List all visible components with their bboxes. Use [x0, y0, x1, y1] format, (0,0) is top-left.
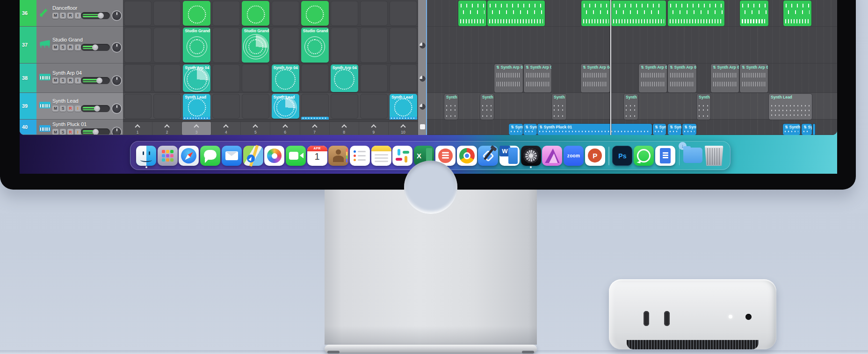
record-arm-button[interactable]: R: [67, 129, 73, 135]
scene-trigger-1[interactable]: 1: [123, 122, 152, 135]
loop-cell-empty[interactable]: [360, 94, 388, 119]
maps-icon[interactable]: [243, 146, 263, 166]
scene-trigger-8[interactable]: 8: [330, 122, 359, 135]
loop-cell-empty[interactable]: [360, 1, 388, 26]
region-synth[interactable]: Synth: [552, 94, 566, 120]
loop-cell-midi[interactable]: [183, 1, 210, 26]
input-monitor-button[interactable]: I: [75, 13, 81, 19]
loop-cell-empty[interactable]: [301, 64, 329, 92]
input-monitor-button[interactable]: I: [75, 78, 81, 84]
region-synth[interactable]: Synth: [444, 94, 458, 120]
scene-trigger-7[interactable]: 7: [300, 122, 330, 135]
loop-cell-synth-arp-04[interactable]: Synth Arp 04: [331, 64, 358, 92]
mail-icon[interactable]: [222, 146, 242, 166]
input-monitor-button[interactable]: I: [75, 106, 81, 112]
downloads-icon[interactable]: ↓: [683, 146, 703, 166]
safari-icon[interactable]: [179, 146, 199, 166]
notes-icon[interactable]: [371, 146, 391, 166]
loop-cell-empty[interactable]: [390, 1, 417, 26]
region-midi-notes[interactable]: [740, 0, 768, 26]
region--synth-arp-04[interactable]: ⇅ Synth Arp 04: [494, 64, 523, 92]
record-arm-button[interactable]: R: [67, 13, 73, 19]
facetime-icon[interactable]: [286, 146, 306, 166]
loop-cell-empty[interactable]: [153, 94, 181, 119]
region--synt[interactable]: ⇅ Synt: [509, 124, 523, 135]
solo-button[interactable]: S: [60, 78, 66, 84]
record-arm-button[interactable]: R: [67, 78, 73, 84]
region--synth-arp-04[interactable]: ⇅ Synth Arp 04: [581, 64, 610, 92]
region-synth[interactable]: Synth: [697, 94, 710, 120]
loop-cell-empty[interactable]: [153, 28, 181, 63]
contacts-icon[interactable]: [328, 146, 348, 166]
finder-icon[interactable]: [136, 146, 156, 166]
loop-cell-midi[interactable]: [301, 1, 329, 26]
zoom-icon[interactable]: zoom: [564, 146, 584, 166]
chrome-icon[interactable]: [457, 146, 477, 166]
region-midi-notes[interactable]: [487, 0, 545, 26]
region-synth[interactable]: Synth: [480, 94, 494, 120]
volume-slider[interactable]: [81, 128, 110, 135]
launchpad-icon[interactable]: [158, 146, 178, 166]
pan-knob[interactable]: [112, 104, 121, 113]
loop-cell-empty[interactable]: [390, 64, 417, 92]
solo-button[interactable]: S: [60, 106, 66, 112]
region--sy[interactable]: ⇅ Sy: [802, 124, 812, 135]
loop-cell-synth-lead[interactable]: Synth Lead: [183, 94, 210, 119]
track-header-dancefloor[interactable]: 36DancefloorMSRI: [20, 0, 123, 27]
loop-cell-empty[interactable]: [212, 28, 240, 63]
gdocs-icon[interactable]: [655, 146, 675, 166]
region--synth-arp-04[interactable]: ⇅ Synth Arp 04: [711, 64, 739, 92]
volume-slider[interactable]: [81, 12, 110, 19]
loop-cell-sliver[interactable]: [301, 117, 329, 120]
loop-cell-empty[interactable]: [124, 64, 152, 92]
loop-cell-synth-arp-04[interactable]: Synth Arp 04: [183, 64, 210, 92]
loop-cell-empty[interactable]: [272, 28, 299, 63]
volume-knob[interactable]: [98, 13, 104, 19]
loop-cell-empty[interactable]: [153, 64, 181, 92]
region-synth[interactable]: Synth: [624, 94, 638, 120]
pan-knob[interactable]: [112, 11, 121, 20]
mute-button[interactable]: M: [52, 13, 58, 19]
region--synt[interactable]: ⇅ Synt: [523, 124, 537, 135]
track-header-studio-grand[interactable]: 37Studio GrandMSRI: [20, 27, 123, 64]
loop-cell-empty[interactable]: [331, 94, 358, 119]
solo-button[interactable]: S: [60, 13, 66, 19]
loop-cell-synth-lead[interactable]: Synth Lead: [390, 94, 417, 119]
region--synth-arp-04[interactable]: ⇅ Synth Arp 04: [740, 64, 768, 92]
xcode-icon[interactable]: [478, 146, 498, 166]
loop-cell-empty[interactable]: [242, 94, 269, 119]
region-midi-notes[interactable]: [813, 124, 815, 135]
region-midi-notes[interactable]: [581, 0, 611, 26]
loop-cell-empty[interactable]: [360, 28, 388, 63]
whatsapp-icon[interactable]: [634, 146, 654, 166]
mute-button[interactable]: M: [52, 44, 58, 50]
loop-cell-empty[interactable]: [331, 28, 358, 63]
loop-cell-empty[interactable]: [153, 1, 181, 26]
loop-cell-sliver[interactable]: [183, 117, 210, 120]
photos-icon[interactable]: [264, 146, 284, 166]
slack-icon[interactable]: [392, 146, 412, 166]
logic-icon[interactable]: [521, 146, 541, 166]
scene-trigger-2[interactable]: 2: [152, 122, 182, 135]
pan-knob[interactable]: [112, 127, 121, 135]
loop-cell-empty[interactable]: [390, 28, 417, 63]
track-header-synth-lead[interactable]: 39Synth LeadMSRI: [20, 93, 123, 120]
loop-cell-empty[interactable]: [124, 1, 152, 26]
mute-button[interactable]: M: [52, 129, 58, 135]
loop-cell-studio-grand[interactable]: Studio Grand: [242, 28, 269, 63]
loop-cell-studio-grand[interactable]: Studio Grand: [183, 28, 210, 63]
solo-button[interactable]: S: [60, 44, 66, 50]
region-midi-notes[interactable]: [458, 0, 486, 26]
calendar-icon[interactable]: APR1: [307, 146, 327, 166]
region--synth[interactable]: ⇅ Synth: [783, 124, 800, 135]
record-arm-button[interactable]: R: [67, 106, 73, 112]
headphone-jack[interactable]: [745, 314, 752, 320]
loop-cell-empty[interactable]: [212, 64, 240, 92]
region-midi-notes[interactable]: [783, 0, 811, 26]
stop-all-icon[interactable]: [420, 124, 425, 129]
volume-knob[interactable]: [94, 106, 100, 112]
loop-cell-synth-lead[interactable]: Synth Lead: [272, 94, 299, 119]
loop-cell-empty[interactable]: [360, 64, 388, 92]
scene-trigger-5[interactable]: 5: [241, 122, 270, 135]
volume-knob[interactable]: [93, 129, 99, 135]
